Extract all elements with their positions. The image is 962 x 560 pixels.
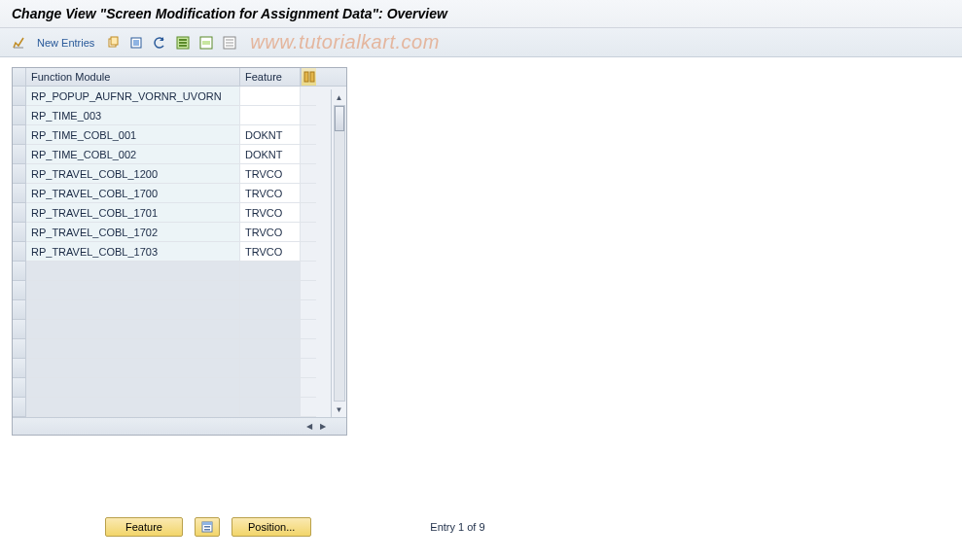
select-block-icon[interactable] xyxy=(197,34,215,52)
select-all-column-header[interactable] xyxy=(13,68,26,86)
feature-cell[interactable]: TRVCO xyxy=(240,242,301,262)
feature-cell[interactable] xyxy=(240,398,301,417)
row-selector[interactable] xyxy=(13,184,26,203)
table-row[interactable]: RP_TIME_COBL_001DOKNT xyxy=(13,125,346,145)
function-module-cell[interactable] xyxy=(26,262,240,281)
svg-rect-7 xyxy=(179,45,187,47)
table-row-empty[interactable] xyxy=(13,378,346,398)
grid-horizontal-scroll: ◀ ▶ xyxy=(13,417,346,435)
function-module-cell[interactable]: RP_TRAVEL_COBL_1700 xyxy=(26,184,240,203)
feature-cell[interactable] xyxy=(240,300,301,320)
row-selector[interactable] xyxy=(13,125,26,145)
svg-rect-17 xyxy=(202,522,212,525)
scroll-up-icon[interactable]: ▲ xyxy=(334,91,345,103)
feature-cell[interactable] xyxy=(240,359,301,378)
feature-cell[interactable] xyxy=(240,87,301,106)
new-entries-button[interactable]: New Entries xyxy=(33,37,98,49)
row-selector[interactable] xyxy=(13,223,26,242)
feature-cell[interactable] xyxy=(240,320,301,339)
feature-cell[interactable]: TRVCO xyxy=(240,223,301,242)
row-selector[interactable] xyxy=(13,145,26,164)
scroll-right-icon[interactable]: ▶ xyxy=(317,421,329,433)
feature-cell[interactable] xyxy=(240,106,301,125)
function-module-cell[interactable] xyxy=(26,281,240,300)
function-module-cell[interactable]: RP_TIME_COBL_002 xyxy=(26,145,240,164)
row-selector[interactable] xyxy=(13,203,26,223)
table-row[interactable]: RP_TRAVEL_COBL_1702TRVCO xyxy=(13,223,346,242)
table-row[interactable]: RP_TRAVEL_COBL_1700TRVCO xyxy=(13,184,346,203)
svg-rect-9 xyxy=(202,41,210,45)
row-selector[interactable] xyxy=(13,242,26,262)
position-button[interactable]: Position... xyxy=(232,517,311,537)
function-module-cell[interactable]: RP_TRAVEL_COBL_1200 xyxy=(26,164,240,184)
column-header-feature[interactable]: Feature xyxy=(240,68,301,86)
svg-rect-6 xyxy=(179,42,187,44)
feature-cell[interactable]: DOKNT xyxy=(240,145,301,164)
undo-icon[interactable] xyxy=(151,34,168,52)
function-module-cell[interactable] xyxy=(26,359,240,378)
svg-rect-19 xyxy=(204,529,210,531)
app-toolbar: New Entries www.tutorialkart.com xyxy=(0,28,962,57)
scrollbar-thumb[interactable] xyxy=(335,106,344,131)
scroll-left-icon[interactable]: ◀ xyxy=(303,421,315,433)
feature-cell[interactable]: TRVCO xyxy=(240,164,301,184)
scrollbar-track[interactable] xyxy=(334,105,345,402)
table-row-empty[interactable] xyxy=(13,320,346,339)
delete-icon[interactable] xyxy=(127,34,145,52)
function-module-cell[interactable] xyxy=(26,320,240,339)
table-row[interactable]: RP_TIME_003 xyxy=(13,106,346,125)
feature-cell[interactable] xyxy=(240,339,301,359)
row-selector[interactable] xyxy=(13,262,26,281)
row-selector[interactable] xyxy=(13,164,26,184)
toggle-change-icon[interactable] xyxy=(10,34,27,52)
row-selector[interactable] xyxy=(13,339,26,359)
feature-cell[interactable] xyxy=(240,262,301,281)
table-row-empty[interactable] xyxy=(13,262,346,281)
entry-status-text: Entry 1 of 9 xyxy=(430,521,484,533)
page-title: Change View "Screen Modification for Ass… xyxy=(0,0,962,28)
function-module-cell[interactable] xyxy=(26,300,240,320)
feature-cell[interactable]: TRVCO xyxy=(240,184,301,203)
row-selector[interactable] xyxy=(13,320,26,339)
feature-button[interactable]: Feature xyxy=(105,517,183,537)
function-module-cell[interactable] xyxy=(26,339,240,359)
feature-cell[interactable]: TRVCO xyxy=(240,203,301,223)
table-row-empty[interactable] xyxy=(13,359,346,378)
table-row[interactable]: RP_POPUP_AUFNR_VORNR_UVORN xyxy=(13,87,346,106)
function-module-cell[interactable]: RP_TIME_COBL_001 xyxy=(26,125,240,145)
row-selector[interactable] xyxy=(13,300,26,320)
table-row-empty[interactable] xyxy=(13,398,346,417)
function-module-cell[interactable]: RP_TRAVEL_COBL_1703 xyxy=(26,242,240,262)
table-row[interactable]: RP_TRAVEL_COBL_1200TRVCO xyxy=(13,164,346,184)
copy-icon[interactable] xyxy=(104,34,122,52)
function-module-cell[interactable] xyxy=(26,398,240,417)
table-row[interactable]: RP_TRAVEL_COBL_1703TRVCO xyxy=(13,242,346,262)
select-all-icon[interactable] xyxy=(174,34,192,52)
function-module-cell[interactable]: RP_TIME_003 xyxy=(26,106,240,125)
feature-cell[interactable]: DOKNT xyxy=(240,125,301,145)
feature-cell[interactable] xyxy=(240,281,301,300)
function-module-cell[interactable]: RP_TRAVEL_COBL_1701 xyxy=(26,203,240,223)
row-selector[interactable] xyxy=(13,106,26,125)
row-selector[interactable] xyxy=(13,378,26,398)
deselect-all-icon[interactable] xyxy=(221,34,238,52)
svg-rect-12 xyxy=(226,42,233,44)
configure-columns-icon[interactable] xyxy=(301,68,316,86)
scroll-down-icon[interactable]: ▼ xyxy=(334,403,345,415)
table-row[interactable]: RP_TRAVEL_COBL_1701TRVCO xyxy=(13,203,346,223)
table-row-empty[interactable] xyxy=(13,281,346,300)
table-row-empty[interactable] xyxy=(13,300,346,320)
row-selector[interactable] xyxy=(13,359,26,378)
table-settings-button[interactable] xyxy=(195,517,220,537)
column-header-function-module[interactable]: Function Module xyxy=(26,68,240,86)
vertical-scrollbar[interactable]: ▲ ▼ xyxy=(331,89,346,417)
table-row-empty[interactable] xyxy=(13,339,346,359)
function-module-cell[interactable]: RP_POPUP_AUFNR_VORNR_UVORN xyxy=(26,87,240,106)
table-row[interactable]: RP_TIME_COBL_002DOKNT xyxy=(13,145,346,164)
feature-cell[interactable] xyxy=(240,378,301,398)
row-selector[interactable] xyxy=(13,398,26,417)
function-module-cell[interactable]: RP_TRAVEL_COBL_1702 xyxy=(26,223,240,242)
row-selector[interactable] xyxy=(13,281,26,300)
function-module-cell[interactable] xyxy=(26,378,240,398)
row-selector[interactable] xyxy=(13,87,26,106)
